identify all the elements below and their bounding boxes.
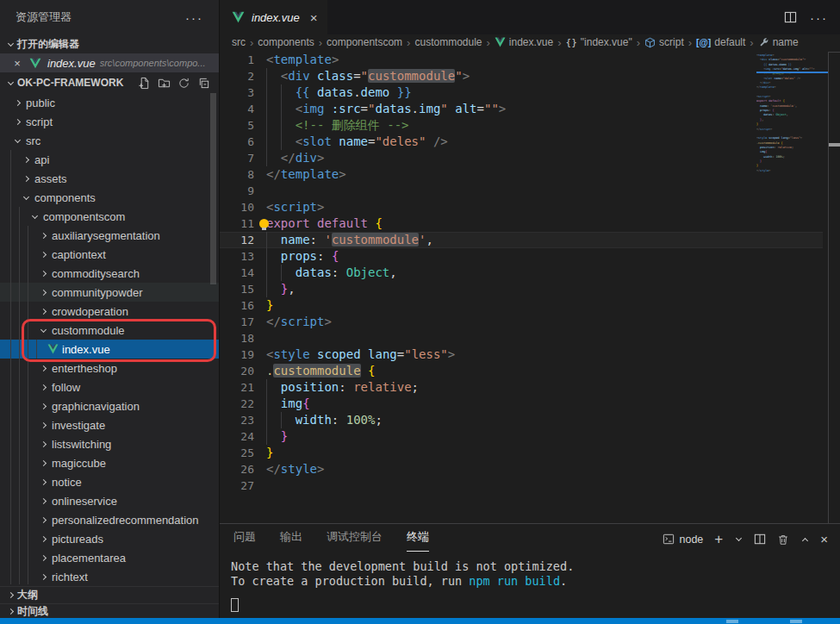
chevron-down-icon[interactable]	[28, 209, 41, 223]
split-terminal-icon[interactable]	[754, 534, 766, 545]
chevron-right-icon[interactable]	[36, 361, 50, 375]
chevron-right-icon[interactable]	[36, 418, 50, 432]
code-line-7[interactable]: 7</div>	[220, 150, 823, 166]
code-line-4[interactable]: 4<img :src="datas.img" alt="">	[220, 101, 823, 117]
panel-tab-调试控制台[interactable]: 调试控制台	[327, 529, 383, 552]
breadcrumb-item-index.vue[interactable]: {}"index.vue"	[566, 36, 632, 48]
new-terminal-button[interactable]: +	[714, 534, 723, 546]
code-line-5[interactable]: 5<!-- 删除组件 -->	[220, 117, 823, 134]
code-line-2[interactable]: 2<div class="custommodule">	[220, 68, 823, 84]
tree-item-script[interactable]: script	[0, 112, 219, 131]
panel-tab-问题[interactable]: 问题	[233, 529, 256, 552]
kill-terminal-icon[interactable]	[777, 534, 789, 546]
tree-item-onlineservice[interactable]: onlineservice	[0, 491, 219, 510]
chevron-down-icon[interactable]	[10, 134, 24, 147]
tree-item-src[interactable]: src	[0, 131, 219, 150]
code-line-14[interactable]: 14datas: Object,	[220, 265, 823, 281]
tree-item-communitypowder[interactable]: communitypowder	[0, 283, 219, 302]
tree-item-magiccube[interactable]: magiccube	[0, 453, 219, 472]
tree-item-pictureads[interactable]: pictureads	[0, 529, 219, 548]
breadcrumb-item-index.vue[interactable]: index.vue	[495, 36, 553, 48]
chevron-right-icon[interactable]	[36, 513, 50, 527]
tree-item-entertheshop[interactable]: entertheshop	[0, 359, 219, 378]
code-line-22[interactable]: 22img{	[220, 396, 823, 412]
chevron-right-icon[interactable]	[19, 172, 33, 185]
code-line-15[interactable]: 15},	[220, 281, 823, 297]
breadcrumb-item-componentscom[interactable]: componentscom	[327, 36, 402, 48]
tree-item-index.vue[interactable]: index.vue	[0, 340, 219, 359]
code-line-13[interactable]: 13props: {	[220, 248, 823, 265]
refresh-icon[interactable]	[177, 77, 190, 90]
terminal-output[interactable]: Note that the development build is not o…	[220, 552, 840, 612]
tree-item-componentscom[interactable]: componentscom	[0, 207, 219, 226]
chevron-right-icon[interactable]	[36, 399, 50, 413]
chevron-right-icon[interactable]	[36, 551, 50, 565]
chevron-right-icon[interactable]	[10, 96, 24, 109]
chevron-right-icon[interactable]	[36, 228, 50, 242]
chevron-down-icon[interactable]	[19, 190, 33, 204]
code-line-27[interactable]: 27	[220, 477, 823, 494]
more-actions-icon[interactable]: ···	[810, 10, 828, 25]
tree-item-follow[interactable]: follow	[0, 378, 219, 396]
project-section-header[interactable]: OK-PC-FRAMEWORK	[0, 72, 219, 93]
tree-item-crowdoperation[interactable]: crowdoperation	[0, 302, 219, 321]
lightbulb-icon[interactable]	[259, 219, 269, 228]
code-line-10[interactable]: 10<script>	[220, 199, 823, 215]
code-line-6[interactable]: 6<slot name="deles" />	[220, 134, 823, 150]
chevron-right-icon[interactable]	[36, 494, 50, 508]
code-line-18[interactable]: 18	[220, 330, 823, 346]
tree-item-personalizedrecommendation[interactable]: personalizedrecommendation	[0, 510, 219, 529]
breadcrumb-item-components[interactable]: components	[258, 36, 314, 48]
tree-item-richtext[interactable]: richtext	[0, 567, 219, 584]
chevron-right-icon[interactable]	[36, 304, 50, 318]
explorer-more-actions-button[interactable]: ···	[185, 10, 203, 25]
chevron-right-icon[interactable]	[36, 285, 50, 299]
tree-item-assets[interactable]: assets	[0, 169, 219, 188]
tab-close-icon[interactable]: ×	[310, 10, 318, 25]
chevron-right-icon[interactable]	[36, 570, 50, 583]
close-icon[interactable]: ×	[10, 57, 24, 70]
tree-item-commoditysearch[interactable]: commoditysearch	[0, 264, 219, 283]
tree-item-public[interactable]: public	[0, 93, 219, 112]
editor-scrollbar[interactable]	[828, 52, 840, 523]
chevron-right-icon[interactable]	[36, 456, 50, 470]
chevron-right-icon[interactable]	[19, 153, 33, 166]
sidebar-scrollbar-thumb[interactable]	[210, 93, 216, 284]
code-line-16[interactable]: 16}	[220, 297, 823, 314]
panel-tab-终端[interactable]: 终端	[407, 529, 429, 552]
chevron-right-icon[interactable]	[36, 266, 50, 280]
breadcrumb-item-name[interactable]: name	[758, 36, 799, 48]
panel-tab-输出[interactable]: 输出	[280, 529, 302, 552]
tree-item-graphicnavigation[interactable]: graphicnavigation	[0, 396, 219, 415]
code-line-3[interactable]: 3{{ datas.demo }}	[220, 84, 823, 101]
open-editors-header[interactable]: 打开的编辑器	[0, 34, 219, 53]
statusbar-item[interactable]	[726, 620, 738, 623]
code-line-8[interactable]: 8</template>	[220, 166, 823, 183]
outline-section-header[interactable]: 大纲	[0, 586, 219, 603]
code-area[interactable]: 1<template>2<div class="custommodule">3{…	[220, 52, 823, 494]
code-line-9[interactable]: 9	[220, 183, 823, 199]
code-line-26[interactable]: 26</style>	[220, 461, 823, 477]
breadcrumb-item-custommodule[interactable]: custommodule	[414, 36, 482, 48]
terminal-dropdown-icon[interactable]	[734, 535, 743, 544]
statusbar-item[interactable]	[790, 620, 802, 623]
timeline-section-header[interactable]: 时间线	[0, 603, 219, 618]
code-line-23[interactable]: 23width: 100%;	[220, 412, 823, 428]
code-line-1[interactable]: 1<template>	[220, 52, 823, 68]
terminal-profile[interactable]: node	[663, 534, 703, 546]
breadcrumb-item-default[interactable]: [@]default	[696, 36, 745, 48]
breadcrumb-item-src[interactable]: src	[232, 36, 246, 48]
tree-item-listswitching[interactable]: listswitching	[0, 434, 219, 453]
close-panel-icon[interactable]: ×	[820, 532, 828, 546]
tree-item-auxiliarysegmentation[interactable]: auxiliarysegmentation	[0, 226, 219, 245]
code-line-19[interactable]: 19<style scoped lang="less">	[220, 346, 823, 363]
code-line-25[interactable]: 25}	[220, 445, 823, 461]
breadcrumb-item-script[interactable]: script	[644, 36, 684, 48]
chevron-right-icon[interactable]	[36, 475, 50, 489]
collapse-folders-icon[interactable]	[197, 77, 210, 90]
new-file-button[interactable]	[138, 77, 151, 90]
new-folder-button[interactable]	[158, 77, 171, 90]
code-line-11[interactable]: 11export default {	[220, 215, 823, 232]
code-line-17[interactable]: 17</script>	[220, 314, 823, 330]
chevron-right-icon[interactable]	[36, 532, 50, 546]
